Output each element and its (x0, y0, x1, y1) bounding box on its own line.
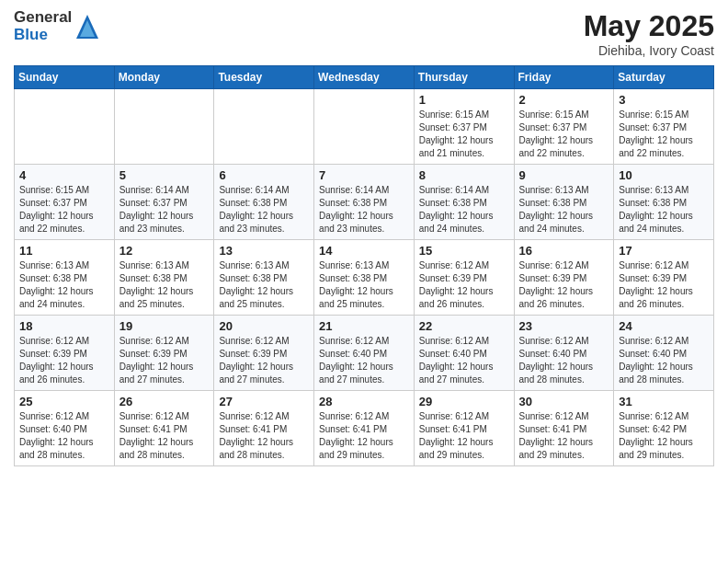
day-info: Sunrise: 6:12 AMSunset: 6:41 PMDaylight:… (319, 410, 409, 462)
weekday-header-saturday: Saturday (614, 66, 714, 89)
calendar-week-row: 11Sunrise: 6:13 AMSunset: 6:38 PMDayligh… (15, 240, 714, 316)
logo: General Blue (14, 9, 100, 43)
calendar-cell: 25Sunrise: 6:12 AMSunset: 6:40 PMDayligh… (15, 391, 115, 466)
day-number: 1 (419, 93, 509, 107)
calendar-cell (114, 89, 214, 165)
calendar-cell: 5Sunrise: 6:14 AMSunset: 6:37 PMDaylight… (114, 165, 214, 240)
day-number: 8 (419, 168, 509, 182)
calendar-cell (314, 89, 415, 165)
day-info: Sunrise: 6:12 AMSunset: 6:41 PMDaylight:… (119, 410, 210, 462)
weekday-header-row: SundayMondayTuesdayWednesdayThursdayFrid… (15, 66, 714, 89)
day-number: 13 (219, 244, 309, 258)
calendar-cell: 22Sunrise: 6:12 AMSunset: 6:40 PMDayligh… (414, 316, 514, 391)
calendar-cell: 30Sunrise: 6:12 AMSunset: 6:41 PMDayligh… (514, 391, 614, 466)
day-info: Sunrise: 6:12 AMSunset: 6:39 PMDaylight:… (619, 259, 709, 311)
calendar-cell: 6Sunrise: 6:14 AMSunset: 6:38 PMDaylight… (214, 165, 314, 240)
day-number: 28 (319, 395, 409, 408)
day-number: 30 (519, 395, 609, 408)
day-info: Sunrise: 6:12 AMSunset: 6:39 PMDaylight:… (219, 335, 309, 386)
day-number: 4 (19, 168, 109, 182)
day-number: 14 (319, 244, 409, 258)
calendar-week-row: 4Sunrise: 6:15 AMSunset: 6:37 PMDaylight… (15, 165, 714, 240)
day-number: 27 (219, 395, 309, 408)
day-info: Sunrise: 6:12 AMSunset: 6:40 PMDaylight:… (419, 335, 509, 386)
day-number: 23 (519, 319, 609, 333)
day-number: 29 (419, 395, 509, 408)
calendar-cell: 10Sunrise: 6:13 AMSunset: 6:38 PMDayligh… (614, 165, 714, 240)
day-number: 9 (519, 168, 609, 182)
calendar-cell: 7Sunrise: 6:14 AMSunset: 6:38 PMDaylight… (314, 165, 415, 240)
day-number: 26 (119, 395, 210, 408)
day-number: 19 (119, 319, 210, 333)
calendar-cell: 26Sunrise: 6:12 AMSunset: 6:41 PMDayligh… (114, 391, 214, 466)
weekday-header-sunday: Sunday (15, 66, 115, 89)
calendar-cell: 27Sunrise: 6:12 AMSunset: 6:41 PMDayligh… (214, 391, 314, 466)
calendar-week-row: 18Sunrise: 6:12 AMSunset: 6:39 PMDayligh… (15, 316, 714, 391)
weekday-header-thursday: Thursday (414, 66, 514, 89)
calendar-cell: 19Sunrise: 6:12 AMSunset: 6:39 PMDayligh… (114, 316, 214, 391)
day-number: 5 (119, 168, 210, 182)
day-info: Sunrise: 6:12 AMSunset: 6:40 PMDaylight:… (619, 335, 709, 386)
day-number: 17 (619, 244, 709, 258)
day-number: 31 (619, 395, 709, 408)
calendar-cell: 17Sunrise: 6:12 AMSunset: 6:39 PMDayligh… (614, 240, 714, 316)
day-info: Sunrise: 6:12 AMSunset: 6:39 PMDaylight:… (419, 259, 509, 311)
calendar-cell: 31Sunrise: 6:12 AMSunset: 6:42 PMDayligh… (614, 391, 714, 466)
calendar-cell: 12Sunrise: 6:13 AMSunset: 6:38 PMDayligh… (114, 240, 214, 316)
calendar-cell: 9Sunrise: 6:13 AMSunset: 6:38 PMDaylight… (514, 165, 614, 240)
day-info: Sunrise: 6:12 AMSunset: 6:39 PMDaylight:… (19, 335, 109, 386)
calendar-cell: 18Sunrise: 6:12 AMSunset: 6:39 PMDayligh… (15, 316, 115, 391)
weekday-header-wednesday: Wednesday (314, 66, 415, 89)
day-info: Sunrise: 6:14 AMSunset: 6:38 PMDaylight:… (219, 184, 309, 236)
day-info: Sunrise: 6:13 AMSunset: 6:38 PMDaylight:… (119, 259, 210, 311)
calendar-cell: 3Sunrise: 6:15 AMSunset: 6:37 PMDaylight… (614, 89, 714, 165)
day-number: 2 (519, 93, 609, 107)
day-number: 20 (219, 319, 309, 333)
day-info: Sunrise: 6:13 AMSunset: 6:38 PMDaylight:… (519, 184, 609, 236)
day-info: Sunrise: 6:14 AMSunset: 6:38 PMDaylight:… (419, 184, 509, 236)
logo-icon (74, 13, 100, 40)
day-number: 16 (519, 244, 609, 258)
logo-general: General (14, 9, 72, 27)
calendar-cell: 14Sunrise: 6:13 AMSunset: 6:38 PMDayligh… (314, 240, 415, 316)
day-info: Sunrise: 6:12 AMSunset: 6:41 PMDaylight:… (519, 410, 609, 462)
weekday-header-tuesday: Tuesday (214, 66, 314, 89)
day-info: Sunrise: 6:13 AMSunset: 6:38 PMDaylight:… (619, 184, 709, 236)
calendar-cell: 13Sunrise: 6:13 AMSunset: 6:38 PMDayligh… (214, 240, 314, 316)
calendar-cell: 28Sunrise: 6:12 AMSunset: 6:41 PMDayligh… (314, 391, 415, 466)
calendar-cell: 1Sunrise: 6:15 AMSunset: 6:37 PMDaylight… (414, 89, 514, 165)
calendar-cell: 24Sunrise: 6:12 AMSunset: 6:40 PMDayligh… (614, 316, 714, 391)
logo-blue: Blue (14, 27, 72, 44)
day-number: 25 (19, 395, 109, 408)
calendar-cell: 23Sunrise: 6:12 AMSunset: 6:40 PMDayligh… (514, 316, 614, 391)
header: General Blue May 2025 Diehiba, Ivory Coa… (14, 9, 714, 58)
calendar-cell: 16Sunrise: 6:12 AMSunset: 6:39 PMDayligh… (514, 240, 614, 316)
day-number: 6 (219, 168, 309, 182)
calendar-cell: 2Sunrise: 6:15 AMSunset: 6:37 PMDaylight… (514, 89, 614, 165)
calendar-cell (214, 89, 314, 165)
day-info: Sunrise: 6:14 AMSunset: 6:37 PMDaylight:… (119, 184, 210, 236)
day-number: 3 (619, 93, 709, 107)
day-number: 15 (419, 244, 509, 258)
day-info: Sunrise: 6:15 AMSunset: 6:37 PMDaylight:… (419, 109, 509, 160)
page: General Blue May 2025 Diehiba, Ivory Coa… (0, 0, 728, 480)
calendar-cell: 15Sunrise: 6:12 AMSunset: 6:39 PMDayligh… (414, 240, 514, 316)
day-info: Sunrise: 6:12 AMSunset: 6:41 PMDaylight:… (219, 410, 309, 462)
day-info: Sunrise: 6:14 AMSunset: 6:38 PMDaylight:… (319, 184, 409, 236)
day-info: Sunrise: 6:12 AMSunset: 6:42 PMDaylight:… (619, 410, 709, 462)
day-number: 12 (119, 244, 210, 258)
weekday-header-monday: Monday (114, 66, 214, 89)
day-info: Sunrise: 6:13 AMSunset: 6:38 PMDaylight:… (219, 259, 309, 311)
calendar-cell (15, 89, 115, 165)
day-info: Sunrise: 6:12 AMSunset: 6:39 PMDaylight:… (119, 335, 210, 386)
day-info: Sunrise: 6:15 AMSunset: 6:37 PMDaylight:… (19, 184, 109, 236)
day-info: Sunrise: 6:12 AMSunset: 6:40 PMDaylight:… (19, 410, 109, 462)
calendar-week-row: 25Sunrise: 6:12 AMSunset: 6:40 PMDayligh… (15, 391, 714, 466)
day-number: 18 (19, 319, 109, 333)
calendar-cell: 29Sunrise: 6:12 AMSunset: 6:41 PMDayligh… (414, 391, 514, 466)
day-number: 10 (619, 168, 709, 182)
logo-text: General Blue (14, 9, 72, 43)
main-title: May 2025 (584, 9, 714, 43)
day-info: Sunrise: 6:12 AMSunset: 6:40 PMDaylight:… (519, 335, 609, 386)
day-info: Sunrise: 6:12 AMSunset: 6:39 PMDaylight:… (519, 259, 609, 311)
